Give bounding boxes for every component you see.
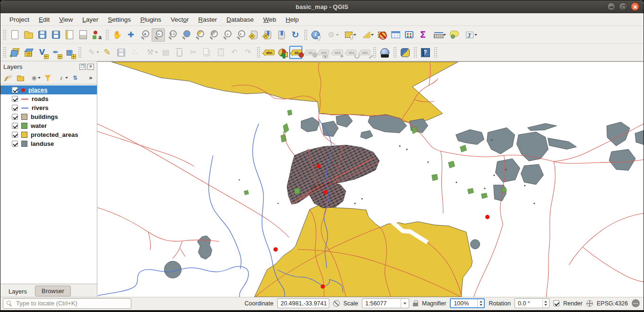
locator-bar[interactable]: [3, 298, 131, 309]
minimize-button[interactable]: [607, 2, 616, 11]
layer-item-landuse[interactable]: landuse: [0, 139, 97, 148]
style-manager-button[interactable]: a: [90, 28, 103, 42]
layer-labeling-button[interactable]: abc: [262, 46, 275, 59]
panel-overflow-button[interactable]: »: [86, 73, 95, 83]
bookmark-manager-button[interactable]: [275, 28, 288, 42]
copy-features-button[interactable]: [200, 46, 214, 59]
locator-input[interactable]: [15, 299, 128, 307]
show-statistics-button[interactable]: Σ: [416, 28, 429, 42]
maximize-button[interactable]: [619, 2, 627, 11]
spinner-arrows-icon[interactable]: [542, 299, 549, 308]
refresh-map-button[interactable]: ↻: [289, 28, 302, 42]
pin-labels-button[interactable]: ab: [289, 46, 302, 59]
measure-button[interactable]: [430, 28, 447, 42]
zoom-next-button[interactable]: ▸: [234, 28, 247, 42]
layer-item-roads[interactable]: roads: [0, 94, 97, 103]
identify-features-button[interactable]: i: [309, 28, 322, 42]
change-label-button[interactable]: abc: [358, 46, 371, 59]
metasearch-button[interactable]: [378, 46, 391, 59]
menu-database[interactable]: Database: [222, 14, 258, 25]
lock-scale-icon[interactable]: [413, 303, 418, 306]
zoom-full-button[interactable]: [179, 28, 192, 42]
multiedit-attributes-button[interactable]: ▤: [159, 46, 172, 59]
layer-visibility-checkbox[interactable]: [12, 96, 18, 102]
title-bar[interactable]: basic_map - QGIS: [0, 0, 644, 13]
menu-layer[interactable]: Layer: [78, 14, 103, 25]
scale-combobox[interactable]: 1:56077: [362, 298, 409, 308]
close-panel-button[interactable]: ✕: [87, 64, 94, 70]
toggle-editing-button[interactable]: ✎: [101, 46, 114, 59]
close-button[interactable]: [631, 2, 639, 11]
rotate-label-button[interactable]: abc: [344, 46, 357, 59]
new-bookmark-button[interactable]: [248, 28, 261, 42]
menu-edit[interactable]: Edit: [34, 14, 54, 25]
zoom-last-button[interactable]: ◂: [220, 28, 233, 42]
delete-selected-button[interactable]: [173, 46, 186, 59]
help-button[interactable]: ?: [419, 46, 432, 59]
zoom-out-button[interactable]: −: [152, 28, 165, 42]
new-geopackage-button[interactable]: [22, 46, 35, 59]
open-layer-styling-button[interactable]: [2, 73, 14, 83]
save-layer-edits-button[interactable]: [114, 46, 128, 59]
text-annotation-button[interactable]: T: [461, 28, 478, 42]
layer-item-protected-areas[interactable]: protected_areas: [0, 130, 97, 139]
zoom-in-button[interactable]: +: [138, 28, 151, 42]
layer-visibility-checkbox[interactable]: [12, 105, 18, 111]
paste-features-button[interactable]: [214, 46, 227, 59]
advanced-digitizing-button[interactable]: ⚒: [142, 46, 159, 59]
zoom-to-layer-button[interactable]: [206, 28, 220, 42]
layer-item-places[interactable]: places: [0, 85, 97, 94]
float-panel-button[interactable]: ❐: [79, 64, 86, 70]
coordinate-box[interactable]: 20.4981,-33.9741: [277, 298, 329, 308]
new-print-layout-button[interactable]: [63, 28, 76, 42]
undo-button[interactable]: ↶: [228, 46, 241, 59]
magnifier-spinbox[interactable]: 100%: [450, 298, 485, 308]
menu-view[interactable]: View: [55, 14, 77, 25]
add-group-button[interactable]: [15, 73, 26, 83]
data-source-manager-button[interactable]: +: [8, 46, 21, 59]
map-canvas[interactable]: [97, 61, 644, 297]
run-feature-action-button[interactable]: ⚙: [323, 28, 340, 42]
select-by-expression-button[interactable]: [358, 28, 375, 42]
current-edits-button[interactable]: ✎: [83, 46, 100, 59]
new-spatialite-button[interactable]: ✒: [49, 46, 62, 59]
layer-visibility-checkbox[interactable]: [12, 132, 18, 138]
expand-collapse-button[interactable]: ⇅: [69, 73, 81, 83]
rotation-spinbox[interactable]: 0.0 °: [515, 298, 550, 308]
crs-globe-icon[interactable]: [586, 300, 593, 307]
open-attribute-table-button[interactable]: [389, 28, 402, 42]
menu-settings[interactable]: Settings: [103, 14, 135, 25]
show-hidden-labels-button[interactable]: abc: [317, 46, 330, 59]
pan-map-button[interactable]: ✋: [111, 28, 124, 42]
new-virtual-layer-button[interactable]: ▦: [63, 46, 76, 59]
layer-visibility-checkbox[interactable]: [12, 87, 18, 93]
digitize-button[interactable]: ∴: [128, 46, 141, 59]
new-project-button[interactable]: [8, 28, 21, 42]
select-features-button[interactable]: [340, 28, 357, 42]
chevron-down-icon[interactable]: [401, 299, 409, 308]
save-project-button[interactable]: [35, 28, 49, 42]
redo-button[interactable]: ↷: [241, 46, 255, 59]
layer-item-buildings[interactable]: buildings: [0, 112, 97, 121]
highlight-pinned-labels-button[interactable]: ab: [303, 46, 316, 59]
map-tips-button[interactable]: [447, 28, 461, 42]
zoom-to-selection-button[interactable]: [193, 28, 206, 42]
layer-item-rivers[interactable]: rivers: [0, 103, 97, 112]
layer-item-water[interactable]: water: [0, 121, 97, 130]
menu-vector[interactable]: Vector: [166, 14, 193, 25]
new-shapefile-button[interactable]: V: [35, 46, 49, 59]
crs-status[interactable]: EPSG:4326: [597, 300, 628, 307]
render-checkbox[interactable]: [553, 300, 559, 306]
menu-web[interactable]: Web: [259, 14, 281, 25]
python-console-button[interactable]: [398, 46, 412, 59]
manage-map-themes-button[interactable]: ◉: [27, 73, 41, 83]
menu-plugins[interactable]: Plugins: [136, 14, 165, 25]
layer-diagram-button[interactable]: [275, 46, 289, 59]
menu-raster[interactable]: Raster: [194, 14, 222, 25]
field-calculator-button[interactable]: [403, 28, 416, 42]
layer-visibility-checkbox[interactable]: [12, 141, 18, 147]
tab-browser[interactable]: Browser: [35, 286, 71, 296]
menu-help[interactable]: Help: [282, 14, 303, 25]
menu-project[interactable]: Project: [5, 14, 34, 25]
move-label-button[interactable]: abc: [330, 46, 343, 59]
